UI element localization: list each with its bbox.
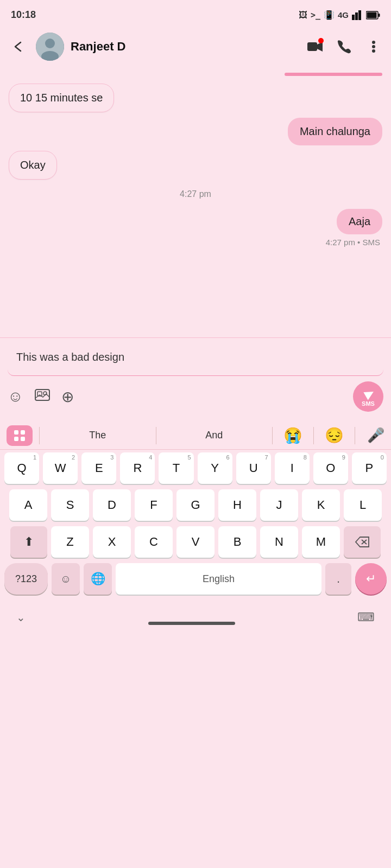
input-area: This was a bad design ☺ ⊕ ▶ SMS xyxy=(0,337,391,418)
suggestion-divider-5 xyxy=(355,427,355,444)
key-row-2: A S D F G H J K L xyxy=(0,487,391,524)
key-f[interactable]: F xyxy=(135,489,173,521)
key-v[interactable]: V xyxy=(176,526,215,558)
key-h[interactable]: H xyxy=(218,489,256,521)
input-toolbar: ☺ ⊕ ▶ SMS xyxy=(8,379,383,414)
mic-button[interactable]: 🎤 xyxy=(362,427,384,444)
key-y[interactable]: 6Y xyxy=(198,452,232,484)
key-m[interactable]: M xyxy=(302,526,340,558)
add-button[interactable]: ⊕ xyxy=(61,388,74,406)
svg-marker-1 xyxy=(355,12,358,20)
message-timestamp: 4:27 pm • SMS xyxy=(326,238,380,247)
key-i[interactable]: 8I xyxy=(275,452,310,484)
suggestion-divider-3 xyxy=(272,427,273,444)
key-r-number: 4 xyxy=(149,454,152,461)
chat-header: Ranjeet D xyxy=(0,27,391,66)
network-label: 4G xyxy=(338,10,349,20)
period-key[interactable]: . xyxy=(325,563,351,595)
toolbar-left: ☺ ⊕ xyxy=(8,387,74,406)
emoji-key[interactable]: ☺ xyxy=(52,563,80,595)
nav-indicator xyxy=(148,622,235,625)
key-p-number: 0 xyxy=(381,454,384,461)
back-button[interactable] xyxy=(8,36,29,58)
status-icons: 🖼 >_ 📳 4G xyxy=(299,10,380,20)
key-e[interactable]: 3E xyxy=(81,452,116,484)
more-options-button[interactable] xyxy=(364,37,383,56)
key-row-4: ?123 ☺ 🌐 English . ↵ xyxy=(0,560,391,600)
key-z[interactable]: Z xyxy=(51,526,89,558)
key-d[interactable]: D xyxy=(93,489,131,521)
send-button[interactable]: ▶ SMS xyxy=(353,381,383,412)
svg-rect-4 xyxy=(367,12,377,18)
key-row-1: 1Q 2W 3E 4R 5T 6Y 7U 8I 9O 0P xyxy=(0,450,391,487)
battery-icon xyxy=(366,11,380,20)
message-sent-1: Main chalunga xyxy=(288,118,382,145)
key-c[interactable]: C xyxy=(135,526,173,558)
svg-rect-9 xyxy=(307,42,317,51)
emoji-suggestion-1[interactable]: 😭 xyxy=(279,426,307,444)
keyboard: The And 😭 😔 🎤 1Q 2W 3E 4R 5T 6Y 7U 8I 9O… xyxy=(0,418,391,600)
svg-marker-2 xyxy=(358,10,361,20)
suggestion-divider-4 xyxy=(313,427,314,444)
key-r[interactable]: 4R xyxy=(120,452,155,484)
key-b[interactable]: B xyxy=(218,526,256,558)
message-received-2: Okay xyxy=(9,151,57,180)
message-input[interactable]: This was a bad design xyxy=(8,343,383,376)
emoji-suggestion-2[interactable]: 😔 xyxy=(320,426,348,444)
emoji-button[interactable]: ☺ xyxy=(8,388,23,405)
key-x[interactable]: X xyxy=(93,526,131,558)
key-t-number: 5 xyxy=(187,454,191,461)
key-l[interactable]: L xyxy=(344,489,382,521)
keyboard-suggestions: The And 😭 😔 🎤 xyxy=(0,422,391,450)
contact-avatar[interactable] xyxy=(36,33,64,61)
key-n[interactable]: N xyxy=(260,526,298,558)
attach-button[interactable] xyxy=(34,387,51,406)
apps-button[interactable] xyxy=(7,425,33,446)
status-time: 10:18 xyxy=(11,9,36,21)
globe-key[interactable]: 🌐 xyxy=(84,563,112,595)
bottom-bar: ⌄ ⌨ xyxy=(0,600,391,633)
image-icon: 🖼 xyxy=(299,10,307,20)
suggestion-the[interactable]: The xyxy=(46,430,149,441)
suggestion-divider-1 xyxy=(39,427,40,444)
header-actions xyxy=(305,37,383,56)
suggestion-divider-2 xyxy=(156,427,156,444)
key-p[interactable]: 0P xyxy=(352,452,387,484)
message-sent-2: Aaja xyxy=(337,209,382,234)
key-g[interactable]: G xyxy=(176,489,215,521)
svg-marker-0 xyxy=(352,15,355,20)
enter-key[interactable]: ↵ xyxy=(355,563,387,595)
key-a[interactable]: A xyxy=(9,489,47,521)
key-t[interactable]: 5T xyxy=(159,452,193,484)
status-bar: 10:18 🖼 >_ 📳 4G xyxy=(0,0,391,27)
key-q-number: 1 xyxy=(33,454,36,461)
key-row-3: ⬆ Z X C V B N M xyxy=(0,524,391,560)
contact-name[interactable]: Ranjeet D xyxy=(71,40,299,54)
svg-point-11 xyxy=(372,41,375,44)
key-k[interactable]: K xyxy=(302,489,340,521)
suggestion-and[interactable]: And xyxy=(163,430,266,441)
shift-key[interactable]: ⬆ xyxy=(10,526,47,558)
svg-point-13 xyxy=(372,49,375,53)
key-j[interactable]: J xyxy=(260,489,298,521)
phone-call-button[interactable] xyxy=(335,37,354,56)
key-u[interactable]: 7U xyxy=(236,452,271,484)
key-s[interactable]: S xyxy=(51,489,89,521)
key-w-number: 2 xyxy=(72,454,75,461)
send-label: SMS xyxy=(362,400,375,407)
vibrate-icon: 📳 xyxy=(324,10,335,20)
key-o[interactable]: 9O xyxy=(313,452,348,484)
key-w[interactable]: 2W xyxy=(43,452,78,484)
key-y-number: 6 xyxy=(226,454,229,461)
symbols-key[interactable]: ?123 xyxy=(4,563,48,595)
delete-key[interactable] xyxy=(344,526,381,558)
space-key[interactable]: English xyxy=(116,563,321,595)
keyboard-icon[interactable]: ⌨ xyxy=(357,610,375,624)
collapse-button[interactable]: ⌄ xyxy=(16,611,26,624)
key-u-number: 7 xyxy=(265,454,268,461)
scroll-indicator xyxy=(285,73,382,76)
video-call-button[interactable] xyxy=(305,37,325,56)
key-o-number: 9 xyxy=(342,454,345,461)
key-q[interactable]: 1Q xyxy=(4,452,39,484)
svg-point-12 xyxy=(372,45,375,48)
